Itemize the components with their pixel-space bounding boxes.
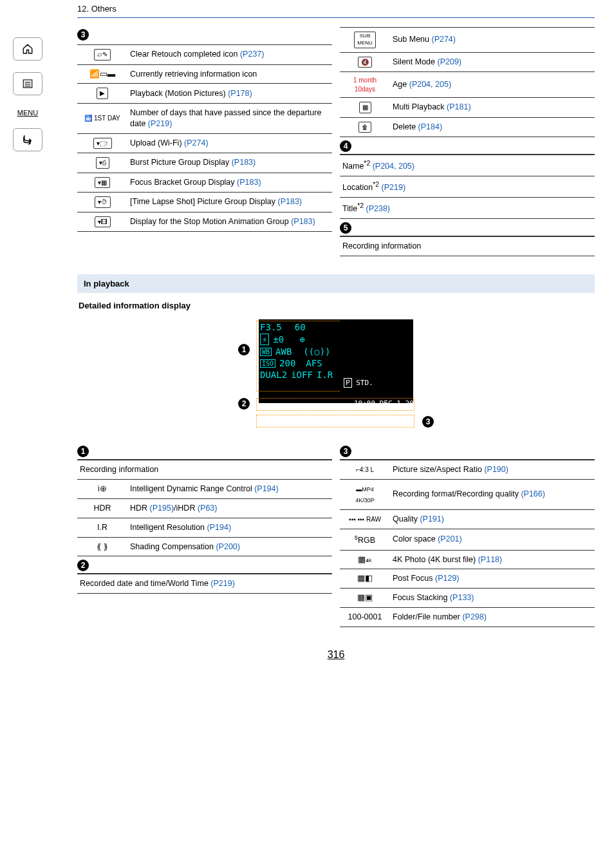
label: Currently retrieving information icon: [130, 70, 257, 79]
ball-4: 4: [340, 140, 351, 152]
label: Recording information: [340, 237, 595, 256]
ref-link[interactable]: (P219): [210, 579, 235, 588]
shading-icon: ⸨ ⸩: [97, 542, 107, 551]
focusstack-icon: ▦▣: [357, 593, 373, 602]
row-focusstack: ▦▣Focus Stacking (P133): [340, 589, 595, 608]
ref-link[interactable]: (P63): [198, 504, 218, 513]
ref-link[interactable]: (P200): [216, 542, 240, 551]
ref-link[interactable]: (P118): [478, 555, 503, 564]
quality-icon: ▪▪▪ ▪▪▪ RAW: [349, 516, 381, 523]
day-icon: 1ST DAY: [94, 115, 120, 122]
row-burst-group: ▾⎙ Burst Picture Group Display (P183): [77, 153, 332, 173]
submenu-icon: SUBMENU: [354, 32, 376, 48]
row-rec-info: Recording information: [340, 237, 595, 256]
diag-ev: ±0: [273, 334, 284, 344]
ref-link[interactable]: (P133): [450, 593, 474, 602]
ref-link[interactable]: (P166): [521, 489, 545, 498]
ref-link[interactable]: (P209): [437, 57, 461, 66]
ref-link[interactable]: (P201): [438, 534, 462, 543]
col1-table: ▱✎ Clear Retouch completed icon (P237) 📶…: [77, 44, 332, 232]
row-silent: 🔇 Silent Mode (P209): [340, 52, 595, 72]
diag-datetime: 10:00 DEC.1.2016: [354, 399, 422, 408]
row-days: 🛅 1ST DAY Number of days that have passe…: [77, 103, 332, 133]
ref-link[interactable]: (P181): [447, 102, 471, 111]
label: Quality: [393, 514, 420, 524]
rail-menu[interactable]: MENU: [10, 107, 46, 117]
rail-list[interactable]: [10, 72, 46, 95]
recformat-icon: ▬MP44K/30P: [355, 486, 375, 504]
rail-home[interactable]: [10, 37, 46, 61]
ref-link[interactable]: (P274): [431, 35, 456, 44]
back-arrow-icon: [21, 134, 35, 146]
silent-icon: 🔇: [358, 57, 372, 68]
ref-link[interactable]: (P129): [435, 574, 460, 583]
delete-icon: 🗑: [358, 122, 371, 133]
idr-icon: i⊕: [98, 484, 107, 493]
ref-link[interactable]: (P190): [484, 465, 508, 474]
label: Intelligent Resolution: [130, 523, 207, 532]
label: Intelligent Dynamic Range Control: [130, 484, 254, 493]
ref-link[interactable]: (P183): [237, 178, 261, 187]
lower-left-table: Recording information i⊕Intelligent Dyna…: [77, 460, 332, 556]
col2-rec-table: Recording information: [340, 236, 595, 256]
4k-icon: ▦₄ₖ: [358, 555, 373, 564]
row-location: Location*2 (P219): [340, 176, 595, 198]
label: Burst Picture Group Display: [130, 158, 232, 167]
label: Display for the Stop Motion Animation Gr…: [130, 217, 291, 226]
label: Name: [342, 162, 364, 171]
ref-link[interactable]: (P219): [379, 183, 405, 192]
ref-link[interactable]: (P183): [291, 217, 315, 226]
row-colorspace: sRGBColor space (P201): [340, 529, 595, 550]
ref-link[interactable]: (P194): [207, 523, 232, 532]
label: Title: [342, 204, 357, 213]
col2-top-table: SUBMENU Sub Menu (P274) 🔇 Silent Mode (P…: [340, 27, 595, 137]
burst-group-icon: ▾⎙: [96, 157, 109, 169]
label: Sub Menu: [393, 35, 431, 44]
row-playback: ▶ Playback (Motion Pictures) (P178): [77, 84, 332, 104]
label: Recorded date and time/World Time: [80, 579, 210, 588]
row-multi-playback: ▦ Multi Playback (P181): [340, 98, 595, 118]
ball-1b: 1: [77, 446, 89, 457]
row-upload-wifi: ▾⬚↑ Upload (Wi-Fi) (P274): [77, 133, 332, 153]
ref-link[interactable]: (P204, 205): [409, 80, 451, 89]
ref-link[interactable]: (P237): [240, 50, 265, 59]
ref-link[interactable]: (P238): [364, 204, 390, 213]
label: Playback (Motion Pictures): [130, 89, 228, 98]
ref-link[interactable]: (P204, 205): [370, 162, 414, 171]
sup: *2: [357, 202, 364, 209]
ref-link[interactable]: (P194): [254, 484, 279, 493]
diag-dual: DUAL2: [260, 370, 287, 380]
callout-2: 2: [238, 398, 250, 410]
ref-link[interactable]: (P219): [148, 119, 172, 128]
label: Picture size/Aspect Ratio: [393, 465, 484, 474]
retrieving-icon: 📶▭▬: [89, 70, 116, 79]
ref-link[interactable]: (P274): [184, 138, 209, 147]
label: Recording format/Recording quality: [393, 489, 521, 498]
row-postfocus: ▦◧Post Focus (P129): [340, 569, 595, 589]
ball-3: 3: [77, 29, 89, 41]
ref-link[interactable]: (P178): [228, 89, 252, 98]
diag-shutter: 60: [295, 322, 306, 332]
ref-link[interactable]: (P183): [232, 158, 256, 167]
ref-link[interactable]: (P183): [278, 197, 302, 206]
row-submenu: SUBMENU Sub Menu (P274): [340, 28, 595, 53]
label: Shading Compensation: [130, 542, 216, 551]
page-number: 316: [77, 649, 595, 661]
stopmotion-group-icon: ▾🎞: [95, 216, 111, 228]
row-clear-retouch: ▱✎ Clear Retouch completed icon (P237): [77, 45, 332, 65]
ball-5: 5: [340, 222, 351, 234]
multi-playback-icon: ▦: [359, 102, 371, 113]
ref-link[interactable]: (P184): [418, 122, 443, 131]
ref-link[interactable]: (P298): [462, 612, 487, 621]
ref-link[interactable]: (P195): [150, 504, 174, 513]
label: Upload (Wi-Fi): [130, 138, 184, 147]
ref-link[interactable]: (P191): [420, 514, 444, 524]
label: Clear Retouch completed icon: [130, 50, 240, 59]
lower-left-table2: Recorded date and time/World Time (P219): [77, 574, 332, 594]
rail-menu-label: MENU: [17, 109, 38, 117]
age-icon: 1 month 10days: [353, 77, 377, 93]
timelapse-group-icon: ▾⏱: [95, 196, 111, 208]
rail-back[interactable]: [10, 128, 46, 151]
breadcrumb: 12. Others: [77, 0, 595, 18]
hdr-icon: HDR: [93, 504, 111, 513]
